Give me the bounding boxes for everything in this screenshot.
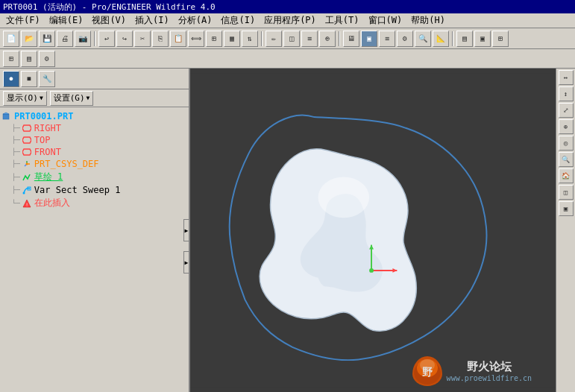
3d-viewport[interactable]: 野 野火论坛 www.proewildfire.cn ↔ ↕ ⤢ ⊕ ◎ 🔍 🏠… [190,69,575,392]
tree-item-csys[interactable]: ├─ PRT_CSYS_DEF [1,158,187,170]
tree-item-sketch[interactable]: ├─ 草绘 1 [1,170,187,184]
reorder-button[interactable]: ⇅ [242,31,258,47]
svg-point-9 [22,192,25,195]
left-controls: 显示(O) ▼ 设置(G) ▼ [0,89,189,107]
menu-edit[interactable]: 编辑(E) [45,13,88,28]
left-tb1[interactable]: ● [3,71,19,87]
layer-button[interactable]: ≡ [379,31,395,47]
menu-applications[interactable]: 应用程序(P) [260,13,321,28]
menu-insert[interactable]: 插入(I) [131,13,174,28]
tree-item-insert[interactable]: └─ ! 在此插入 [1,196,187,210]
toolbar-sep-3 [339,31,340,46]
rt-btn3[interactable]: ⤢ [559,103,574,118]
rt-btn8[interactable]: ◫ [559,185,574,200]
menu-window[interactable]: 窗口(W) [364,13,407,28]
main-layout: ● ■ 🔧 显示(O) ▼ 设置(G) ▼ [0,69,575,392]
tree-connector-right: ├─ [12,124,20,132]
more3[interactable]: ⊞ [492,31,509,47]
settings-dropdown[interactable]: 设置(G) ▼ [50,91,94,106]
tree-label-insert: 在此插入 [34,197,70,209]
view-orient[interactable]: 🖥 [343,31,359,47]
measure-button[interactable]: 📐 [433,31,449,47]
search-button[interactable]: 🔍 [415,31,431,47]
settings2-button[interactable]: ⚙ [397,31,413,47]
redo-button[interactable]: ↪ [116,31,133,47]
tree-item-front[interactable]: ├─ FRONT [1,146,187,158]
capture-button[interactable]: 📷 [75,31,91,47]
toolbar-sep-2 [261,31,263,46]
tree-label-csys: PRT_CSYS_DEF [34,159,99,169]
model-tree: PRT0001.PRT ├─ RIGHT ├─ [0,107,189,392]
display-dropdown[interactable]: 显示(O) ▼ [3,91,47,106]
tb2-b1[interactable]: ⊞ [3,51,19,67]
right-toolbar: ↔ ↕ ⤢ ⊕ ◎ 🔍 🏠 ◫ ▣ [556,69,575,392]
relation-button[interactable]: ≡ [301,31,318,47]
main-toolbar: 📄 📂 💾 🖨 📷 ↩ ↪ ✂ ⎘ 📋 ⟺ ⊞ ▦ ⇅ ✏ ◫ ≡ ⊕ 🖥 ▣ … [0,28,575,49]
svg-marker-2 [22,125,31,131]
cut-button[interactable]: ✂ [134,31,151,47]
group-button[interactable]: ▦ [224,31,240,47]
tree-label-prt0001: PRT0001.PRT [14,111,73,121]
new-button[interactable]: 📄 [3,31,19,47]
mirror-button[interactable]: ⟺ [188,31,204,47]
tree-label-front: FRONT [34,147,61,157]
left-panel: ● ■ 🔧 显示(O) ▼ 设置(G) ▼ [0,69,190,392]
tb2-b2[interactable]: ▤ [21,51,37,67]
tree-label-sweep: Var Sect Sweep 1 [34,185,121,195]
tree-label-sketch: 草绘 1 [34,171,63,183]
dim-button[interactable]: ◫ [283,31,300,47]
tree-item-prt0001[interactable]: PRT0001.PRT [1,110,187,122]
menu-info[interactable]: 信息(I) [216,13,260,28]
left-tb2[interactable]: ■ [21,71,37,87]
tree-item-top[interactable]: ├─ TOP [1,134,187,146]
rt-btn4[interactable]: ⊕ [559,119,574,134]
rt-btn7[interactable]: 🏠 [559,168,574,183]
left-tb3[interactable]: 🔧 [39,71,55,87]
csys-icon [22,159,32,169]
settings-chevron: ▼ [87,95,90,101]
copy-button[interactable]: ⎘ [152,31,169,47]
toolbar-sep-1 [94,31,95,46]
rt-btn1[interactable]: ↔ [559,70,574,85]
title-text: PRT0001 (活动的) - Pro/ENGINEER Wildfire 4.… [3,1,216,13]
svg-text:!: ! [25,202,28,207]
paste-button[interactable]: 📋 [170,31,186,47]
tree-item-right[interactable]: ├─ RIGHT [1,122,187,134]
sweep-icon [22,185,32,195]
svg-marker-3 [22,137,31,143]
watermark-title: 野火论坛 [467,360,512,374]
part-icon [1,111,12,121]
plane-top-icon [22,135,32,145]
menu-tools[interactable]: 工具(T) [321,13,364,28]
panel-collapse-button2[interactable]: ▶ [183,251,189,274]
menu-help[interactable]: 帮助(H) [406,13,450,28]
tb2-b3[interactable]: ⚙ [39,51,55,67]
settings-label: 设置(G) [54,92,85,104]
menu-bar: 文件(F) 编辑(E) 视图(V) 插入(I) 分析(A) 信息(I) 应用程序… [0,13,575,28]
more1[interactable]: ▤ [456,31,473,47]
svg-marker-1 [3,113,9,114]
tree-connector-sweep: ├─ [12,186,20,194]
save-button[interactable]: 💾 [39,31,55,47]
menu-file[interactable]: 文件(F) [1,13,45,28]
sketch-button[interactable]: ✏ [265,31,282,47]
print-button[interactable]: 🖨 [57,31,73,47]
panel-collapse-button[interactable]: ▶ [183,219,189,241]
rt-btn9[interactable]: ▣ [559,201,574,216]
plane-front-icon [22,147,32,157]
shading-button[interactable]: ▣ [361,31,377,47]
tree-connector-csys: ├─ [12,160,20,168]
rt-btn2[interactable]: ↕ [559,86,574,101]
open-button[interactable]: 📂 [21,31,37,47]
undo-button[interactable]: ↩ [98,31,115,47]
rt-btn5[interactable]: ◎ [559,136,574,151]
watermark-url: www.proewildfire.cn [447,374,532,382]
menu-view[interactable]: 视图(V) [87,13,131,28]
array-button[interactable]: ⊞ [206,31,222,47]
tree-item-sweep[interactable]: ├─ Var Sect Sweep 1 [1,184,187,196]
watermark-text: 野火论坛 www.proewildfire.cn [447,360,532,382]
menu-analysis[interactable]: 分析(A) [174,13,217,28]
param-button[interactable]: ⊕ [319,31,336,47]
more2[interactable]: ▣ [474,31,491,47]
rt-btn6[interactable]: 🔍 [559,152,574,167]
